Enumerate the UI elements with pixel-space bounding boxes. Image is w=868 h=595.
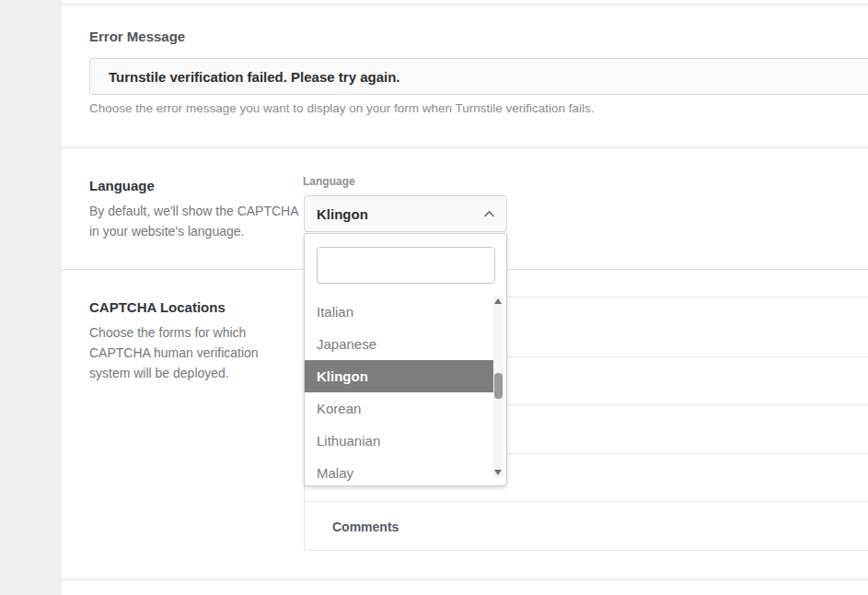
chevron-up-icon <box>483 210 495 218</box>
dropdown-options-list: Italian Japanese Klingon Korean Lithuani… <box>305 296 507 486</box>
section-divider <box>62 147 868 148</box>
dropdown-option-japanese[interactable]: Japanese <box>305 328 507 360</box>
captcha-locations-description-line: Choose the forms for which <box>89 322 306 343</box>
captcha-locations-heading: CAPTCHA Locations <box>89 299 226 315</box>
captcha-location-row-comments[interactable]: Comments <box>305 501 868 552</box>
language-description: By default, we'll show the CAPTCHA in yo… <box>89 201 306 241</box>
admin-sidebar-gutter <box>0 0 62 595</box>
language-select-value: Klingon <box>317 206 368 222</box>
dropdown-option-korean[interactable]: Korean <box>305 392 507 425</box>
language-field-label: Language <box>303 175 355 188</box>
scroll-up-icon[interactable] <box>494 298 502 304</box>
captcha-locations-description-line: CAPTCHA human verification <box>89 343 306 363</box>
language-description-line: in your website's language. <box>89 221 306 241</box>
error-message-label: Error Message <box>89 29 185 44</box>
language-heading: Language <box>89 178 155 193</box>
error-message-help: Choose the error message you want to dis… <box>89 101 595 115</box>
section-divider <box>62 4 868 5</box>
settings-page: Error Message Choose the error message y… <box>0 0 868 595</box>
section-divider <box>62 579 868 580</box>
language-select[interactable]: Klingon <box>304 195 507 232</box>
dropdown-option-italian[interactable]: Italian <box>305 296 507 328</box>
dropdown-option-klingon[interactable]: Klingon <box>305 360 493 392</box>
captcha-location-label-comments: Comments <box>332 519 399 534</box>
language-dropdown-panel: Italian Japanese Klingon Korean Lithuani… <box>304 233 507 486</box>
dropdown-scrollbar[interactable] <box>493 296 503 478</box>
captcha-locations-description-line: system will be deployed. <box>89 363 306 383</box>
dropdown-search-input[interactable] <box>317 247 495 284</box>
dropdown-option-lithuanian[interactable]: Lithuanian <box>305 425 507 457</box>
captcha-locations-description: Choose the forms for which CAPTCHA human… <box>89 322 306 383</box>
scroll-down-icon[interactable] <box>494 470 502 475</box>
scrollbar-thumb[interactable] <box>494 373 503 399</box>
language-description-line: By default, we'll show the CAPTCHA <box>89 201 306 221</box>
dropdown-option-malay[interactable]: Malay <box>305 457 507 486</box>
error-message-input[interactable] <box>89 58 868 95</box>
